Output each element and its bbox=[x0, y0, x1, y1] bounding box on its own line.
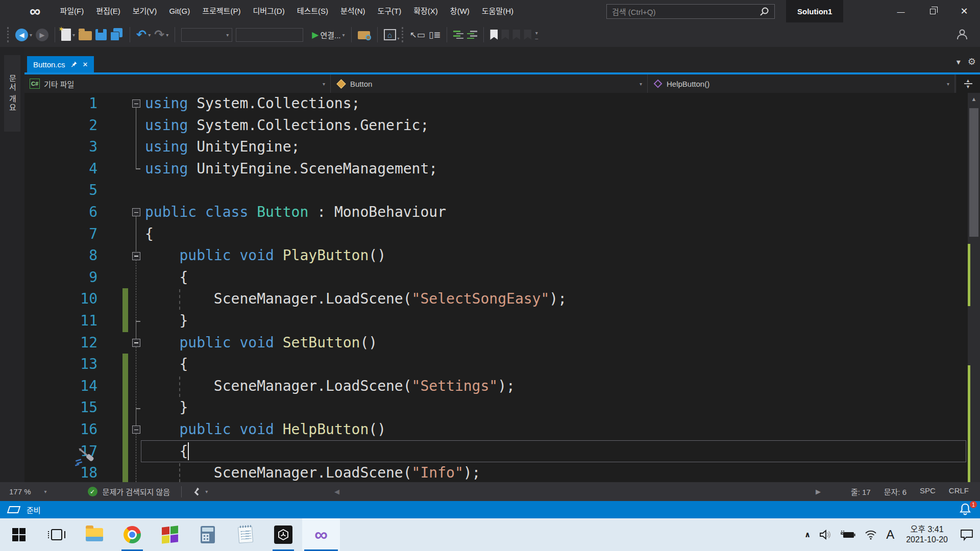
menu-item[interactable]: 프로젝트(P) bbox=[196, 0, 247, 22]
unity-button[interactable] bbox=[264, 518, 302, 551]
notepad-button[interactable] bbox=[227, 518, 264, 551]
code-line[interactable]: using UnityEngine; bbox=[145, 136, 300, 158]
code-line[interactable]: { bbox=[145, 354, 188, 375]
code-line[interactable]: public void SetButton() bbox=[145, 332, 377, 354]
menu-item[interactable]: 도구(T) bbox=[371, 0, 407, 22]
toolbar-overflow-button[interactable]: ▾_ bbox=[535, 31, 538, 38]
code-cleanup-button[interactable]: ▾ bbox=[193, 488, 208, 496]
code-line[interactable]: SceneManager.LoadScene("Settings"); bbox=[145, 375, 515, 397]
menu-item[interactable]: 테스트(S) bbox=[291, 0, 334, 22]
hscroll-right-icon[interactable]: ▶ bbox=[816, 488, 821, 495]
code-line[interactable]: public void PlayButton() bbox=[145, 245, 386, 267]
code-line[interactable]: } bbox=[145, 397, 188, 419]
menu-item[interactable]: 편집(E) bbox=[90, 0, 127, 22]
configuration-dropdown[interactable]: ▾ bbox=[181, 28, 232, 42]
toolbar-grip[interactable] bbox=[7, 27, 10, 42]
toggle-bookmark-button[interactable] bbox=[490, 30, 498, 40]
code-line[interactable]: { bbox=[145, 441, 188, 463]
open-file-button[interactable] bbox=[79, 29, 92, 40]
menu-item[interactable]: 파일(F) bbox=[54, 0, 90, 22]
code-line[interactable]: using System.Collections.Generic; bbox=[145, 115, 429, 137]
chrome-button[interactable] bbox=[113, 518, 151, 551]
pin-icon[interactable] bbox=[70, 61, 78, 68]
colored-blocks-app-button[interactable] bbox=[151, 518, 189, 551]
find-in-files-button[interactable] bbox=[358, 29, 371, 40]
toolbar-grip[interactable] bbox=[402, 27, 404, 42]
zoom-dropdown[interactable]: 177 % ▾ bbox=[0, 487, 54, 496]
search-input[interactable]: 검색 (Ctrl+Q) bbox=[606, 4, 775, 19]
navigate-backward-code-button[interactable]: ↖▭ bbox=[410, 30, 425, 40]
code-line[interactable]: using UnityEngine.SceneManagement; bbox=[145, 158, 437, 180]
menu-item[interactable]: 보기(V) bbox=[127, 0, 163, 22]
navigate-back-button[interactable]: ◀▾ bbox=[15, 29, 32, 41]
type-dropdown[interactable]: Button ▾ bbox=[331, 74, 648, 93]
member-dropdown[interactable]: HelpButton() ▾ bbox=[648, 74, 955, 93]
menu-item[interactable]: 디버그(D) bbox=[247, 0, 290, 22]
document-outline-tab[interactable]: 문서 개요 bbox=[4, 55, 20, 132]
menu-item[interactable]: 확장(X) bbox=[407, 0, 444, 22]
start-button[interactable] bbox=[0, 518, 38, 551]
ime-indicator[interactable]: A bbox=[886, 528, 894, 542]
vertical-scrollbar[interactable]: ▲ ▼ bbox=[968, 93, 980, 501]
code-line[interactable]: } bbox=[145, 310, 188, 332]
hscroll-left-icon[interactable]: ◀ bbox=[334, 488, 339, 495]
code-editor[interactable]: 123456789101112131415161718 using System… bbox=[24, 93, 968, 482]
fold-collapse-box[interactable] bbox=[132, 252, 140, 260]
code-line[interactable]: { bbox=[145, 267, 188, 289]
start-debug-button[interactable]: ▶ 연결... ▾ bbox=[312, 30, 345, 40]
tray-chevron-up-icon[interactable]: ∧ bbox=[804, 530, 811, 539]
restore-button[interactable] bbox=[917, 0, 948, 22]
menu-item[interactable]: 분석(N) bbox=[334, 0, 371, 22]
code-line[interactable]: public void HelpButton() bbox=[145, 419, 386, 441]
save-all-button[interactable] bbox=[110, 28, 124, 41]
document-health-indicator[interactable]: ✓ 문제가 검색되지 않음 bbox=[88, 486, 170, 497]
action-center-icon[interactable] bbox=[960, 528, 974, 541]
minimize-button[interactable]: — bbox=[885, 0, 917, 22]
volume-icon[interactable] bbox=[819, 529, 831, 540]
file-explorer-button[interactable] bbox=[76, 518, 113, 551]
task-view-button[interactable] bbox=[38, 518, 76, 551]
next-bookmark-button[interactable] bbox=[512, 30, 520, 40]
calculator-button[interactable] bbox=[189, 518, 227, 551]
new-file-button[interactable]: ▾ bbox=[61, 29, 75, 41]
gear-icon[interactable]: ⚙ bbox=[968, 56, 976, 67]
wifi-icon[interactable] bbox=[864, 529, 877, 540]
menu-item[interactable]: Git(G) bbox=[163, 0, 196, 22]
menu-item[interactable]: 도움말(H) bbox=[476, 0, 520, 22]
code-line[interactable]: using System.Collections; bbox=[145, 93, 360, 115]
tab-list-dropdown-icon[interactable]: ▾ bbox=[957, 57, 961, 67]
split-editor-button[interactable]: ▲▼ bbox=[955, 74, 980, 93]
solution-explorer-button[interactable]: ⌂▾ bbox=[384, 29, 396, 40]
platform-dropdown[interactable] bbox=[236, 28, 303, 42]
notifications-button[interactable]: 1 bbox=[959, 502, 976, 517]
fold-collapse-box[interactable] bbox=[132, 99, 140, 108]
undo-button[interactable]: ↶▾ bbox=[136, 29, 151, 40]
tab-button-cs[interactable]: Button.cs ✕ bbox=[27, 56, 94, 72]
code-line[interactable]: { bbox=[145, 223, 154, 245]
code-line[interactable]: SceneManager.LoadScene("SelectSongEasy")… bbox=[145, 288, 567, 310]
code-line[interactable]: SceneManager.LoadScene("Info"); bbox=[145, 462, 480, 482]
clock[interactable]: 오후 3:41 2021-10-20 bbox=[906, 524, 948, 545]
fold-collapse-box[interactable] bbox=[132, 208, 140, 216]
decrease-indent-button[interactable] bbox=[453, 31, 463, 39]
previous-bookmark-button[interactable] bbox=[501, 30, 509, 40]
visual-studio-button[interactable]: ∞ bbox=[302, 518, 340, 551]
battery-charging-icon[interactable] bbox=[840, 530, 855, 540]
code-line[interactable]: public class Button : MonoBehaviour bbox=[145, 202, 446, 223]
increase-indent-button[interactable] bbox=[467, 31, 477, 39]
close-tab-icon[interactable]: ✕ bbox=[83, 61, 88, 68]
save-button[interactable] bbox=[95, 29, 107, 40]
project-dropdown[interactable]: C# 기타 파일 ▾ bbox=[24, 74, 331, 93]
scrollbar-thumb[interactable] bbox=[969, 108, 978, 237]
fold-collapse-box[interactable] bbox=[132, 425, 140, 434]
feedback-person-icon[interactable] bbox=[955, 28, 969, 41]
scroll-up-icon[interactable]: ▲ bbox=[968, 96, 980, 102]
fold-collapse-box[interactable] bbox=[132, 339, 140, 347]
quick-actions-screwdriver-icon[interactable] bbox=[75, 446, 97, 466]
redo-button[interactable]: ↷▾ bbox=[154, 29, 168, 40]
clear-bookmarks-button[interactable] bbox=[524, 30, 531, 40]
navigate-forward-button[interactable]: ▶ bbox=[36, 29, 48, 41]
close-button[interactable]: ✕ bbox=[948, 0, 980, 22]
navigate-forward-code-button[interactable]: ▯≣ bbox=[429, 30, 441, 40]
menu-item[interactable]: 창(W) bbox=[444, 0, 476, 22]
